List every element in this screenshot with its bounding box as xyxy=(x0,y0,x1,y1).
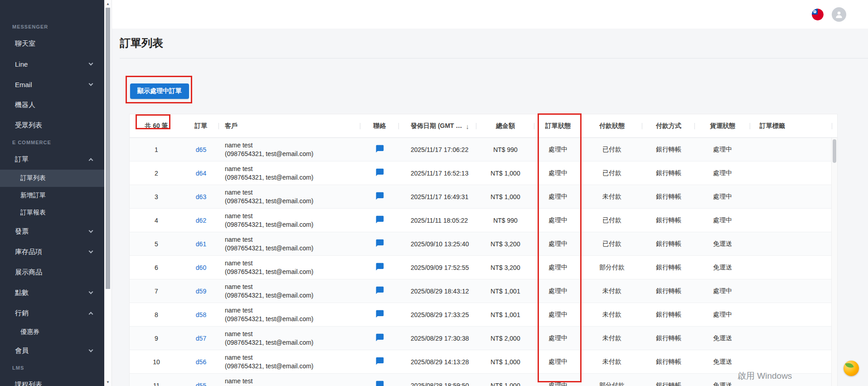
table-row[interactable]: 11 d55 name test (0987654321, test@email… xyxy=(130,374,837,386)
sidebar-item-invoice[interactable]: 發票 xyxy=(0,221,104,242)
scrollbar-thumb[interactable] xyxy=(833,139,836,163)
table-row[interactable]: 3 d63 name test (0987654321, test@email.… xyxy=(130,185,837,209)
chat-bubble-icon[interactable] xyxy=(375,168,384,177)
sidebar-item-course-list[interactable]: 課程列表 xyxy=(0,375,104,386)
column-header-shipping-status[interactable]: 貨運狀態 xyxy=(695,114,750,138)
customer-contact: (0987654321, test@email.com) xyxy=(225,338,360,347)
row-index: 2 xyxy=(130,170,183,177)
order-link[interactable]: d60 xyxy=(196,264,206,271)
sidebar-item-chatroom[interactable]: 聊天室 xyxy=(0,34,104,54)
chat-bubble-icon[interactable] xyxy=(375,333,384,342)
table-row[interactable]: 5 d61 name test (0987654321, test@email.… xyxy=(130,232,837,256)
order-link[interactable]: d63 xyxy=(196,193,206,200)
sidebar-item-coupons[interactable]: 優惠券 xyxy=(0,323,104,341)
scroll-up-icon[interactable]: ▲ xyxy=(104,2,112,6)
shipping-status-cell: 處理中 xyxy=(695,287,750,295)
sidebar-item-order-list[interactable]: 訂單列表 xyxy=(0,170,104,187)
column-header-date[interactable]: 發佈日期 (GMT … ↓ xyxy=(399,114,476,138)
order-link[interactable]: d56 xyxy=(196,358,206,366)
sidebar-item-order-report[interactable]: 訂單報表 xyxy=(0,204,104,221)
chat-bubble-icon[interactable] xyxy=(375,215,384,224)
order-status-cell: 處理中 xyxy=(534,358,582,366)
sidebar-item-orders[interactable]: 訂單 xyxy=(0,149,104,170)
customer-contact: (0987654321, test@email.com) xyxy=(225,220,360,229)
sidebar-item-marketing[interactable]: 行銷 xyxy=(0,303,104,323)
sidebar-item-points[interactable]: 點數 xyxy=(0,283,104,303)
nav-section-ecommerce: E COMMERCE xyxy=(0,136,104,149)
column-header-order-status[interactable]: 訂單狀態 xyxy=(534,114,582,138)
order-link[interactable]: d65 xyxy=(196,146,206,153)
order-cell: d56 xyxy=(183,358,219,366)
sidebar-scrollbar[interactable]: ▲ ▼ xyxy=(104,0,112,386)
chat-bubble-icon[interactable] xyxy=(375,262,384,271)
column-header-order[interactable]: 訂單 xyxy=(183,114,219,138)
order-cell: d65 xyxy=(183,146,219,153)
user-avatar-button[interactable] xyxy=(832,7,846,22)
chat-bubble-icon[interactable] xyxy=(375,191,384,200)
sort-desc-icon[interactable]: ↓ xyxy=(466,122,470,130)
sidebar-item-inventory[interactable]: 庫存品項 xyxy=(0,242,104,262)
payment-status-cell: 未付款 xyxy=(582,311,642,319)
chat-bubble-icon[interactable] xyxy=(375,286,384,295)
floating-widget-icon[interactable] xyxy=(844,361,859,376)
contact-cell xyxy=(360,357,399,367)
column-header-tags[interactable]: 訂單標籤 xyxy=(750,114,832,138)
date-cell: 2025/09/10 13:25:40 xyxy=(399,240,476,248)
order-link[interactable]: d58 xyxy=(196,311,206,318)
shipping-status-cell: 處理中 xyxy=(695,193,750,201)
column-header-customer[interactable]: 客戶 xyxy=(219,114,360,138)
sidebar-item-audience-list[interactable]: 受眾列表 xyxy=(0,115,104,136)
order-link[interactable]: d57 xyxy=(196,335,206,342)
activate-windows-watermark: 啟用 Windows xyxy=(737,370,792,382)
order-cell: d62 xyxy=(183,217,219,224)
customer-cell: name test (0987654321, test@email.com) xyxy=(219,259,360,276)
table-row[interactable]: 10 d56 name test (0987654321, test@email… xyxy=(130,350,837,374)
chat-bubble-icon[interactable] xyxy=(375,309,384,318)
column-header-amount[interactable]: 總金額 xyxy=(476,114,534,138)
orders-table: 共 60 筆 訂單 客戶 聯絡 發佈日期 (GMT … ↓ 總金額 訂單狀態 付… xyxy=(129,114,838,386)
payment-status-cell: 已付款 xyxy=(582,216,642,225)
shipping-status-cell: 處理中 xyxy=(695,216,750,225)
sidebar-item-add-order[interactable]: 新增訂單 xyxy=(0,187,104,204)
order-link[interactable]: d59 xyxy=(196,288,206,295)
customer-contact: (0987654321, test@email.com) xyxy=(225,315,360,323)
scrollbar-thumb[interactable] xyxy=(106,8,110,289)
sidebar-item-email[interactable]: Email xyxy=(0,74,104,95)
table-row[interactable]: 2 d64 name test (0987654321, test@email.… xyxy=(130,161,837,185)
order-cell: d61 xyxy=(183,240,219,248)
sidebar-item-display-products[interactable]: 展示商品 xyxy=(0,262,104,283)
sidebar-item-bot[interactable]: 機器人 xyxy=(0,95,104,115)
order-link[interactable]: d62 xyxy=(196,217,206,224)
column-header-payment-status[interactable]: 付款狀態 xyxy=(582,114,642,138)
table-row[interactable]: 1 d65 name test (0987654321, test@email.… xyxy=(130,138,837,161)
chat-bubble-icon[interactable] xyxy=(375,357,384,366)
column-header-contact[interactable]: 聯絡 xyxy=(360,114,399,138)
order-link[interactable]: d64 xyxy=(196,170,206,177)
column-header-payment-method[interactable]: 付款方式 xyxy=(642,114,695,138)
chat-bubble-icon[interactable] xyxy=(375,239,384,248)
sidebar-item-members[interactable]: 會員 xyxy=(0,341,104,361)
table-row[interactable]: 6 d60 name test (0987654321, test@email.… xyxy=(130,256,837,279)
customer-name: name test xyxy=(225,283,360,291)
order-cell: d60 xyxy=(183,264,219,271)
shipping-status-cell: 免運送 xyxy=(695,240,750,248)
language-flag-button[interactable] xyxy=(812,9,824,20)
table-row[interactable]: 4 d62 name test (0987654321, test@email.… xyxy=(130,209,837,232)
table-scrollbar[interactable] xyxy=(831,138,837,386)
customer-contact: (0987654321, test@email.com) xyxy=(225,291,360,300)
table-row[interactable]: 8 d58 name test (0987654321, test@email.… xyxy=(130,303,837,327)
table-row[interactable]: 7 d59 name test (0987654321, test@email.… xyxy=(130,279,837,303)
show-processing-orders-button[interactable]: 顯示處理中訂單 xyxy=(130,83,189,99)
order-link[interactable]: d61 xyxy=(196,240,206,248)
order-link[interactable]: d55 xyxy=(196,382,206,386)
order-status-cell: 處理中 xyxy=(534,381,582,386)
contact-cell xyxy=(360,144,399,155)
order-status-cell: 處理中 xyxy=(534,146,582,154)
order-status-cell: 處理中 xyxy=(534,216,582,225)
shipping-status-cell: 免運送 xyxy=(695,334,750,342)
table-row[interactable]: 9 d57 name test (0987654321, test@email.… xyxy=(130,327,837,350)
chat-bubble-icon[interactable] xyxy=(375,380,384,386)
sidebar-item-line[interactable]: Line xyxy=(0,54,104,74)
chat-bubble-icon[interactable] xyxy=(375,144,384,153)
scroll-down-icon[interactable]: ▼ xyxy=(104,380,112,384)
